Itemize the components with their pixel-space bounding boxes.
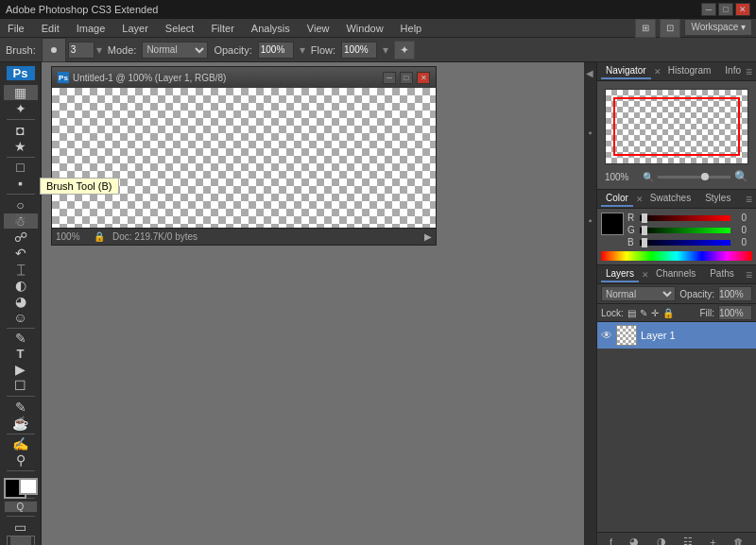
collapse-arrow-top[interactable]: ◀ xyxy=(586,68,593,78)
tab-layers-close[interactable]: ✕ xyxy=(642,270,649,280)
brush-size-input[interactable]: 3 xyxy=(68,42,94,59)
tool-eraser[interactable]: ⌶ xyxy=(4,262,38,277)
tool-magic-wand[interactable]: ★ xyxy=(4,139,38,154)
active-color-swatch[interactable] xyxy=(601,213,624,235)
tool-slice[interactable]: ▪ xyxy=(4,176,38,191)
screen-mode-btn[interactable]: ▭ xyxy=(4,519,38,535)
tab-info[interactable]: Info xyxy=(720,63,746,79)
menu-analysis[interactable]: Analysis xyxy=(248,21,294,36)
tool-dodge[interactable]: ☺ xyxy=(4,310,38,325)
tool-shape[interactable]: ☐ xyxy=(4,378,38,393)
tab-color[interactable]: Color xyxy=(601,191,633,207)
lock-transparent-icon[interactable]: ▤ xyxy=(627,308,636,318)
menu-filter[interactable]: Filter xyxy=(207,21,237,36)
tool-pen[interactable]: ✎ xyxy=(4,331,38,346)
nav-zoom-slider[interactable] xyxy=(658,176,730,179)
tab-styles[interactable]: Styles xyxy=(700,191,735,207)
brush-dropdown-icon[interactable]: ▾ xyxy=(96,43,102,57)
tool-hand[interactable]: ✍ xyxy=(4,436,38,451)
quick-mask-btn[interactable]: Q xyxy=(4,501,38,513)
minimize-button[interactable]: ─ xyxy=(701,3,716,16)
opacity-input[interactable]: 100% xyxy=(718,286,752,301)
tab-channels[interactable]: Channels xyxy=(651,266,700,282)
flow-dropdown-icon[interactable]: ▾ xyxy=(383,43,388,57)
blend-mode-select[interactable]: Normal xyxy=(601,286,676,301)
layer-row[interactable]: 👁 Layer 1 xyxy=(597,322,756,349)
tool-gradient[interactable]: ◐ xyxy=(4,278,38,293)
nav-zoom-in-icon[interactable]: 🔍 xyxy=(734,170,748,183)
doc-lock-icon[interactable]: 🔒 xyxy=(94,231,105,242)
tool-crop[interactable]: □ xyxy=(4,160,38,175)
tool-marquee[interactable]: ▦ xyxy=(4,85,38,100)
fill-input[interactable]: 100% xyxy=(718,305,752,320)
layer-visibility-toggle[interactable]: 👁 xyxy=(601,329,612,342)
lock-paint-icon[interactable]: ✎ xyxy=(640,308,647,318)
doc-maximize-btn[interactable]: □ xyxy=(400,72,413,84)
tool-path-select[interactable]: ▶ xyxy=(4,362,38,377)
red-value[interactable]: 0 xyxy=(733,213,747,223)
tab-histogram[interactable]: Histogram xyxy=(663,63,716,79)
tab-swatches[interactable]: Swatches xyxy=(645,191,696,207)
green-thumb[interactable] xyxy=(642,226,647,235)
tab-navigator[interactable]: Navigator xyxy=(601,63,651,79)
menu-file[interactable]: File xyxy=(4,21,28,36)
blue-value[interactable]: 0 xyxy=(733,237,747,247)
navigator-panel-options[interactable]: ≡ xyxy=(746,65,752,78)
add-style-icon[interactable]: f xyxy=(610,536,612,546)
navigator-viewport[interactable] xyxy=(613,97,740,156)
color-swatches[interactable] xyxy=(4,478,38,495)
menu-image[interactable]: Image xyxy=(73,21,110,36)
workspace-button[interactable]: Workspace ▾ xyxy=(684,19,752,36)
tab-paths[interactable]: Paths xyxy=(705,266,739,282)
add-mask-icon[interactable]: ◕ xyxy=(629,536,639,545)
maximize-button[interactable]: □ xyxy=(718,3,733,16)
green-slider[interactable] xyxy=(640,228,730,233)
delete-layer-icon[interactable]: 🗑 xyxy=(733,536,744,546)
tab-color-close[interactable]: ✕ xyxy=(636,195,644,204)
blue-slider[interactable] xyxy=(640,240,730,246)
tool-type[interactable]: T xyxy=(4,347,38,361)
red-thumb[interactable] xyxy=(642,213,647,223)
layers-panel-options[interactable]: ≡ xyxy=(746,268,752,281)
tool-lasso[interactable]: ◘ xyxy=(4,123,38,138)
color-spectrum[interactable] xyxy=(601,251,752,261)
tool-move[interactable]: ✦ xyxy=(4,101,38,116)
tool-notes[interactable]: ✎ xyxy=(4,400,38,415)
document-canvas[interactable] xyxy=(52,88,436,228)
menu-window[interactable]: Window xyxy=(342,21,387,36)
doc-zoom-level[interactable]: 100% xyxy=(56,231,94,242)
close-button[interactable]: ✕ xyxy=(735,3,750,16)
blue-thumb[interactable] xyxy=(642,238,647,247)
green-value[interactable]: 0 xyxy=(733,225,747,235)
new-fill-icon[interactable]: ◑ xyxy=(657,536,666,545)
nav-zoom-out-icon[interactable]: 🔍 xyxy=(643,172,654,182)
new-layer-icon[interactable]: + xyxy=(710,536,715,546)
collapse-icon-color[interactable]: ▪ xyxy=(589,128,593,138)
tool-healing[interactable]: ○ xyxy=(4,197,38,213)
3d-object-btn[interactable] xyxy=(7,536,35,545)
canvas-area[interactable]: Ps Untitled-1 @ 100% (Layer 1, RGB/8) ─ … xyxy=(42,62,584,545)
tool-history[interactable]: ↶ xyxy=(4,246,38,261)
mode-select[interactable]: Normal xyxy=(142,42,208,59)
tool-blur[interactable]: ◕ xyxy=(4,294,38,309)
screen-mode-icon[interactable]: ⊡ xyxy=(660,19,680,38)
doc-close-btn[interactable]: ✕ xyxy=(417,72,430,84)
nav-zoom-thumb[interactable] xyxy=(701,173,709,180)
brush-preview[interactable] xyxy=(42,38,66,62)
collapse-icon-layers[interactable]: ▪ xyxy=(589,215,593,226)
opacity-dropdown-icon[interactable]: ▾ xyxy=(300,43,305,57)
tool-clone[interactable]: ☍ xyxy=(4,230,38,245)
tool-brush[interactable]: ☃ xyxy=(4,213,38,229)
tab-navigator-close[interactable]: ✕ xyxy=(654,67,662,77)
new-group-icon[interactable]: ☷ xyxy=(683,536,693,545)
lock-move-icon[interactable]: ✛ xyxy=(651,308,659,318)
workspace-switcher-icon[interactable]: ⊞ xyxy=(635,19,656,38)
flow-input[interactable]: 100% xyxy=(341,42,377,59)
menu-view[interactable]: View xyxy=(303,21,334,36)
background-color[interactable] xyxy=(19,478,38,495)
menu-edit[interactable]: Edit xyxy=(38,21,63,36)
tab-layers[interactable]: Layers xyxy=(601,266,639,282)
tool-zoom[interactable]: ⚲ xyxy=(4,452,38,468)
layer-name[interactable]: Layer 1 xyxy=(641,330,752,341)
red-slider[interactable] xyxy=(640,215,730,221)
